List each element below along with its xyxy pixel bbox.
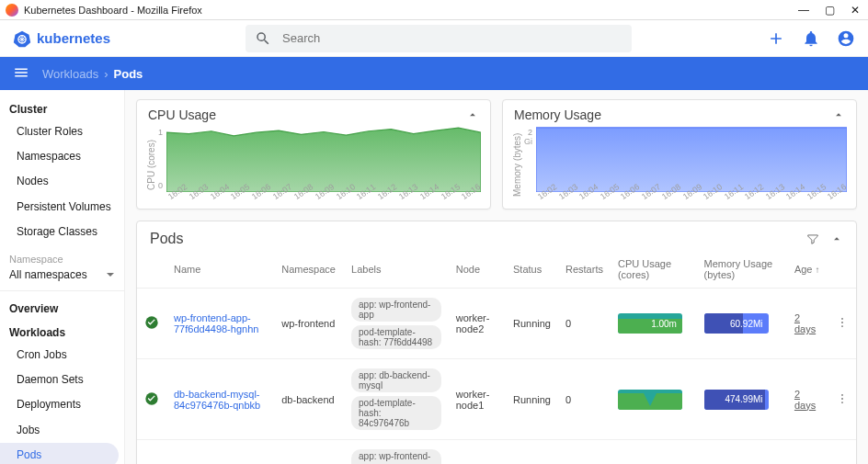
svg-point-13: [841, 402, 843, 403]
breadcrumb-parent[interactable]: Workloads: [42, 67, 98, 81]
sidebar-item-namespaces[interactable]: Namespaces: [0, 144, 124, 169]
pod-status: Running: [506, 440, 558, 465]
pod-labels: app: wp-frontend-apppod-template-hash: 7…: [351, 298, 441, 349]
row-actions-button[interactable]: [828, 289, 856, 359]
kubernetes-logo[interactable]: kubernetes: [13, 29, 110, 48]
sidebar-item-overview[interactable]: Overview: [0, 295, 124, 319]
pod-name-link[interactable]: db-backend-mysql-84c976476b-qnbkb: [174, 389, 260, 411]
chevron-down-icon: [106, 270, 115, 279]
window-minimize-button[interactable]: —: [796, 3, 811, 17]
cpu-xticks: 16:0216:0316:0416:0516:0616:0716:0816:09…: [166, 192, 481, 203]
col-labels[interactable]: Labels: [344, 253, 449, 289]
table-row: wp-frontend-app-77f6dd4498-hgnhn wp-fron…: [137, 289, 856, 359]
pod-age[interactable]: 2 days: [794, 312, 816, 334]
hamburger-menu-button[interactable]: [13, 64, 42, 84]
search-icon: [255, 30, 271, 47]
col-status[interactable]: Status: [506, 253, 558, 289]
sidebar-item-pods[interactable]: Pods: [0, 443, 119, 464]
collapse-icon[interactable]: [466, 108, 479, 121]
breadcrumb: Workloads › Pods: [0, 57, 868, 90]
pod-status: Running: [506, 359, 558, 440]
memory-usage-bar: 474.99Mi: [704, 390, 769, 410]
label-chip: pod-template-hash: 77f6dd4498: [351, 325, 441, 349]
label-chip: app: db-backend-mysql: [351, 368, 441, 392]
row-actions-button[interactable]: [828, 359, 856, 440]
svg-point-12: [841, 398, 843, 400]
pod-node: worker-node1: [449, 359, 506, 440]
sidebar-section-cluster: Cluster: [0, 96, 124, 119]
col-mem[interactable]: Memory Usage (bytes): [697, 253, 787, 289]
sidebar-item-storage-classes[interactable]: Storage Classes: [0, 220, 124, 244]
col-namespace[interactable]: Namespace: [274, 253, 344, 289]
pod-namespace: wp-frontend: [274, 289, 344, 359]
mem-chart-title: Memory Usage: [514, 108, 601, 122]
cpu-chart-title: CPU Usage: [148, 108, 216, 122]
memory-usage-card: Memory Usage Memory (bytes) 2 Gi 16: [502, 99, 857, 209]
label-chip: app: wp-frontend-app: [351, 298, 441, 322]
pods-title: Pods: [150, 231, 183, 247]
pod-namespace: db-backend: [274, 359, 344, 440]
sidebar-item-daemon-sets[interactable]: Daemon Sets: [0, 368, 124, 392]
status-running-icon: [144, 321, 159, 332]
brand-text: kubernetes: [37, 30, 110, 46]
collapse-icon[interactable]: [832, 108, 845, 121]
svg-point-7: [841, 318, 843, 320]
sidebar-item-cluster-roles[interactable]: Cluster Roles: [0, 119, 124, 144]
window-restore-button[interactable]: ▢: [822, 3, 837, 17]
mem-yticks: 2 Gi: [522, 126, 536, 203]
pod-restarts: 0: [558, 289, 611, 359]
firefox-icon: [6, 4, 18, 17]
svg-point-11: [841, 393, 843, 395]
memory-usage-bar: 60.92Mi: [704, 313, 769, 334]
row-actions-button[interactable]: [828, 440, 856, 465]
table-row: wp-frontend-app-77f6dd4498-nfnz6 wp-fron…: [137, 440, 856, 465]
sidebar-item-deployments[interactable]: Deployments: [0, 392, 124, 417]
pods-card: Pods Name Namespace Labels Node Status R…: [136, 221, 857, 464]
col-name[interactable]: Name: [166, 253, 274, 289]
svg-point-8: [841, 322, 843, 323]
namespace-label: Namespace: [0, 244, 124, 266]
notifications-icon[interactable]: [802, 29, 820, 48]
sidebar-section-workloads: Workloads: [0, 319, 124, 343]
col-node[interactable]: Node: [449, 253, 506, 289]
breadcrumb-current: Pods: [114, 67, 143, 81]
filter-icon[interactable]: [806, 232, 819, 245]
pod-labels: app: db-backend-mysqlpod-template-hash: …: [351, 368, 441, 430]
main-content[interactable]: CPU Usage CPU (cores) 1 0 16:0216:03: [125, 90, 868, 464]
top-bar: kubernetes: [0, 20, 868, 57]
sidebar-item-cron-jobs[interactable]: Cron Jobs: [0, 343, 124, 368]
window-title: Kubernetes Dashboard - Mozilla Firefox: [24, 5, 202, 16]
pod-status: Running: [506, 289, 558, 359]
col-age[interactable]: Age ↑: [787, 253, 828, 289]
status-running-icon: [144, 397, 159, 408]
account-icon[interactable]: [837, 29, 855, 48]
col-cpu[interactable]: CPU Usage (cores): [611, 253, 697, 289]
cpu-usage-card: CPU Usage CPU (cores) 1 0 16:0216:03: [136, 99, 491, 209]
namespace-value: All namespaces: [9, 268, 87, 281]
chevron-right-icon: ›: [104, 67, 108, 81]
sidebar[interactable]: Cluster Cluster RolesNamespacesNodesPers…: [0, 90, 125, 464]
search-box[interactable]: [246, 25, 632, 52]
sidebar-item-persistent-volumes[interactable]: Persistent Volumes: [0, 195, 124, 220]
pod-restarts: 0: [558, 440, 611, 465]
namespace-selector[interactable]: All namespaces: [0, 266, 124, 291]
label-chip: app: wp-frontend-app: [351, 449, 441, 464]
window-close-button[interactable]: ✕: [848, 3, 862, 17]
sidebar-item-nodes[interactable]: Nodes: [0, 169, 124, 194]
pod-age[interactable]: 2 days: [794, 389, 816, 411]
search-input[interactable]: [282, 31, 622, 45]
pod-namespace: wp-frontend: [274, 440, 344, 465]
svg-point-9: [841, 325, 843, 327]
cpu-usage-bar: [618, 390, 682, 410]
cpu-yticks: 1 0: [156, 126, 166, 203]
collapse-icon[interactable]: [830, 232, 843, 245]
table-row: db-backend-mysql-84c976476b-qnbkb db-bac…: [137, 359, 856, 440]
col-restarts[interactable]: Restarts: [558, 253, 611, 289]
mem-ylabel: Memory (bytes): [512, 126, 522, 203]
cpu-usage-bar: 1.00m: [618, 313, 682, 334]
sidebar-item-jobs[interactable]: Jobs: [0, 418, 124, 443]
pod-name-link[interactable]: wp-frontend-app-77f6dd4498-hgnhn: [174, 312, 258, 334]
pod-node: worker-node1: [449, 440, 506, 465]
pod-labels: app: wp-frontend-apppod-template-hash: 7…: [351, 449, 441, 464]
create-resource-button[interactable]: [767, 29, 785, 48]
